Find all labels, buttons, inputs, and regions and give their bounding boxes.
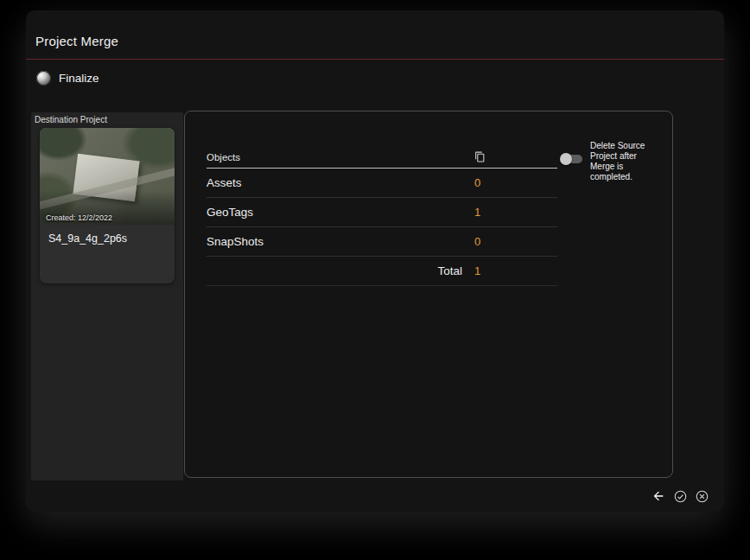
table-row: GeoTags 1 <box>207 198 557 227</box>
page-title: Project Merge <box>35 34 118 48</box>
row-value: 1 <box>474 206 557 219</box>
table-row: SnapShots 0 <box>207 227 557 257</box>
project-merge-dialog: Project Merge Finalize Destination Proje… <box>26 10 724 512</box>
row-label: Assets <box>207 176 474 189</box>
project-thumbnail: Created: 12/2/2022 <box>40 128 175 225</box>
objects-table-header: Objects <box>207 146 557 169</box>
total-label: Total <box>207 264 474 277</box>
close-circle-icon[interactable] <box>693 487 710 505</box>
check-circle-icon[interactable] <box>671 487 689 505</box>
row-value: 0 <box>474 176 557 189</box>
delete-source-toggle-group: Delete Source Project after Merge is com… <box>562 141 664 182</box>
destination-project-card[interactable]: Created: 12/2/2022 S4_9a_4g_2p6s <box>40 128 175 283</box>
toggle-knob <box>560 153 572 165</box>
objects-table: Objects Assets 0 GeoTags 1 SnapShots 0 <box>207 146 557 286</box>
table-total-row: Total 1 <box>207 257 557 286</box>
copy-stack-icon <box>474 151 557 162</box>
sphere-step-icon <box>36 71 51 86</box>
title-divider <box>26 59 724 60</box>
objects-header-label: Objects <box>207 152 240 162</box>
row-label: SnapShots <box>207 235 474 248</box>
finalize-step: Finalize <box>36 66 99 90</box>
row-value: 0 <box>474 235 557 248</box>
back-arrow-icon[interactable] <box>650 487 667 505</box>
merge-summary-panel: Objects Assets 0 GeoTags 1 SnapShots 0 <box>184 111 673 478</box>
project-name: S4_9a_4g_2p6s <box>40 225 175 252</box>
delete-source-label: Delete Source Project after Merge is com… <box>590 141 652 182</box>
project-created-date: Created: 12/2/2022 <box>46 213 112 222</box>
destination-project-label: Destination Project <box>35 115 107 124</box>
table-row: Assets 0 <box>207 169 557 198</box>
row-label: GeoTags <box>207 206 474 219</box>
footer-actions <box>650 487 710 505</box>
total-value: 1 <box>474 264 557 277</box>
finalize-step-label: Finalize <box>59 72 99 85</box>
destination-project-sidebar: Destination Project Created: 12/2/2022 S… <box>31 112 183 480</box>
delete-source-toggle[interactable] <box>562 155 582 163</box>
